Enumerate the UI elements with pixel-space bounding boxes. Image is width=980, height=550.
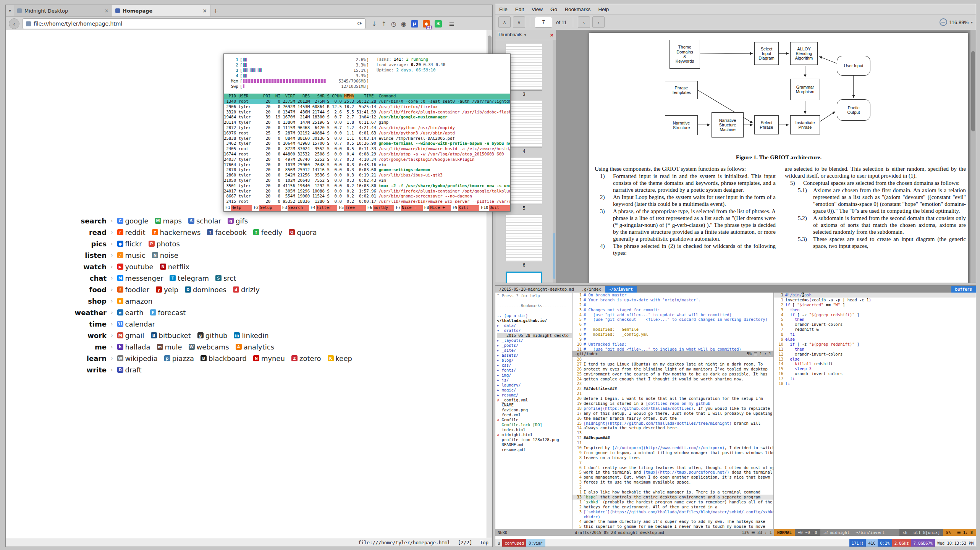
history-back-button[interactable]: ‹ (578, 16, 590, 28)
nerdtree-item[interactable]: ▸ blog/ (497, 358, 572, 363)
homepage-link-draft[interactable]: Ddraft (117, 366, 142, 374)
homepage-link-wikipedia[interactable]: Wwikipedia (117, 354, 158, 362)
buffer-tab[interactable]: ~/b/invert (605, 286, 637, 293)
thumbnail-preview[interactable] (506, 215, 542, 261)
homepage-link-analytics[interactable]: Aanalytics (236, 343, 274, 351)
homepage-link-messenger[interactable]: Mmessenger (117, 274, 163, 282)
menu-view[interactable]: View (528, 6, 547, 12)
nerdtree-item[interactable]: .. (up a dir) (497, 313, 572, 318)
close-sidebar-icon[interactable]: × (550, 32, 553, 38)
menu-help[interactable]: Help (595, 6, 613, 12)
homepage-link-photos[interactable]: Pphotos (149, 240, 180, 248)
fkey-action-filter[interactable]: Filter (316, 205, 337, 211)
ublock-extension-icon[interactable]: μ (411, 20, 418, 28)
homepage-link-webcams[interactable]: Wwebcams (189, 343, 229, 351)
scrollbar-thumb[interactable] (971, 51, 975, 131)
thumbnail-page-5[interactable]: 5 (506, 158, 542, 211)
nerdtree-item[interactable]: ▸ magic/ (497, 388, 572, 393)
shield-icon[interactable]: ◉ (401, 20, 406, 28)
fkey-action-quit[interactable]: Quit (489, 205, 510, 211)
homepage-link-srct[interactable]: Ssrct (215, 274, 236, 282)
thumbnail-preview[interactable] (506, 44, 542, 91)
fkey-action-nice[interactable]: Nice + (429, 205, 451, 211)
fkey-action-search[interactable]: Search (288, 205, 309, 211)
homepage-link-flickr[interactable]: ●flickr (117, 240, 142, 248)
fkey-action-sortby[interactable]: SortBy (373, 205, 394, 211)
homepage-link-youtube[interactable]: ▶youtube (117, 263, 154, 271)
thumbnail-page-3[interactable]: 3 (506, 44, 542, 97)
nerdtree-item[interactable]: favicon.png (497, 408, 572, 412)
nerdtree-item[interactable]: ▸ _data/ (497, 323, 572, 328)
menu-icon[interactable]: ≡ (449, 19, 455, 28)
thumbnail-page-6[interactable]: 6 (506, 215, 542, 268)
fkey-action-setup[interactable]: Setup (259, 205, 280, 211)
nerdtree-item[interactable]: ▸ css/ (497, 363, 572, 368)
nerdtree-item[interactable]: feed.xml (497, 412, 572, 417)
homepage-link-mule[interactable]: mmule (157, 343, 182, 351)
homepage-link-amazon[interactable]: aamazon (117, 297, 152, 305)
scrollbar-thumb[interactable] (553, 233, 555, 279)
page-number-input[interactable]: 7 (535, 17, 552, 28)
back-button[interactable]: ‹ (9, 18, 19, 29)
fkey-action-help[interactable]: Help (231, 205, 252, 211)
homepage-link-keep[interactable]: Kkeep (328, 354, 352, 362)
homepage-link-calendar[interactable]: 31calendar (117, 320, 155, 328)
history-clock-icon[interactable]: ◷ (391, 20, 396, 28)
homepage-link-quora[interactable]: Qquora (289, 228, 317, 236)
nerdtree-item[interactable]: ✗ Gemfile (497, 417, 572, 422)
buffer-tab[interactable]: .g/index (578, 286, 605, 293)
pdf-scrollbar[interactable] (970, 30, 976, 283)
nerdtree-item[interactable]: " Press ? for help (497, 293, 572, 298)
tab-close-icon[interactable]: × (202, 8, 207, 14)
tab-close-icon[interactable]: × (104, 8, 109, 14)
homepage-link-forecast[interactable]: Fforecast (150, 309, 186, 317)
nerdtree-item[interactable]: Gemfile.lock [RO] (497, 422, 572, 427)
homepage-link-telegram[interactable]: Ttelegram (170, 274, 209, 282)
nerdtree-item[interactable]: ▸ js/ (497, 378, 572, 383)
nerdtree-item[interactable] (497, 308, 572, 313)
fkey-action-kill[interactable]: Kill (458, 205, 479, 211)
homepage-link-gifs[interactable]: ggifs (228, 217, 248, 225)
homepage-link-zotero[interactable]: Zzotero (291, 354, 321, 362)
nerdtree-item[interactable]: resume.pdf (497, 447, 572, 452)
clipper-extension-icon[interactable]: ✱ (435, 20, 442, 28)
thumbnail-preview[interactable] (506, 101, 542, 147)
history-forward-button[interactable]: › (592, 16, 605, 28)
nerdtree-item[interactable]: ▸ _site/ (497, 348, 572, 353)
menu-file[interactable]: File (495, 6, 511, 12)
sidebar-scrollbar[interactable] (553, 40, 556, 283)
upload-icon[interactable]: ↑ (381, 20, 386, 28)
download-icon[interactable]: ↓ (372, 20, 377, 28)
nerdtree-item[interactable]: ✗ _config.yml (497, 398, 572, 403)
new-tab-button[interactable]: + (210, 5, 221, 16)
buffer-tab[interactable]: /2015-05-28-midnight-desktop.md (495, 286, 578, 293)
menu-bookmarks[interactable]: Bookmarks (561, 6, 595, 12)
nerdtree-item[interactable]: profile_icon_128x128.png (497, 437, 572, 442)
browser-tab[interactable]: Midnight Desktop× (14, 5, 112, 16)
menu-go[interactable]: Go (547, 6, 561, 12)
privacy-extension-icon[interactable]: ◆21 (423, 20, 430, 28)
reload-icon[interactable]: ⟳ (357, 20, 362, 27)
nerdtree-item[interactable]: ▸ assets/ (497, 353, 572, 358)
tab-list-icon[interactable]: ▾ (6, 5, 14, 16)
nerdtree-item[interactable]: 2015-05-28-midnight-deskto (497, 333, 572, 338)
nerdtree-item[interactable]: ▸ _posts/ (497, 343, 572, 348)
nerdtree-item[interactable]: ▸ img/ (497, 373, 572, 378)
homepage-link-google[interactable]: Ggoogle (117, 217, 149, 225)
homepage-link-drizly[interactable]: ddrizly (233, 286, 260, 294)
nerdtree-item[interactable]: ▸ fonts/ (497, 368, 572, 373)
nerdtree-item[interactable]: ▸ laundry/ (497, 383, 572, 388)
browser-tab[interactable]: Homepage× (112, 5, 210, 16)
nerdtree-item[interactable]: ▾ _drafts/ (497, 328, 572, 333)
nerdtree-item[interactable]: CNAME (497, 403, 572, 408)
zoom-control[interactable]: 116.89% ▾ (940, 18, 973, 26)
nerdtree-item[interactable]: ✗ midnight.html (497, 432, 572, 437)
url-bar[interactable]: file:///home/tyler/homepage.html ⟳ (23, 18, 365, 29)
thumbnail-preview[interactable] (506, 158, 542, 204)
homepage-link-dominoes[interactable]: Ddominoes (185, 286, 226, 294)
homepage-link-bitbucket[interactable]: Bbitbucket (151, 332, 191, 340)
homepage-link-facebook[interactable]: ffacebook (207, 228, 246, 236)
homepage-link-blackboard[interactable]: Bblackboard (201, 354, 247, 362)
homepage-link-maps[interactable]: Mmaps (155, 217, 182, 225)
menu-edit[interactable]: Edit (511, 6, 528, 12)
